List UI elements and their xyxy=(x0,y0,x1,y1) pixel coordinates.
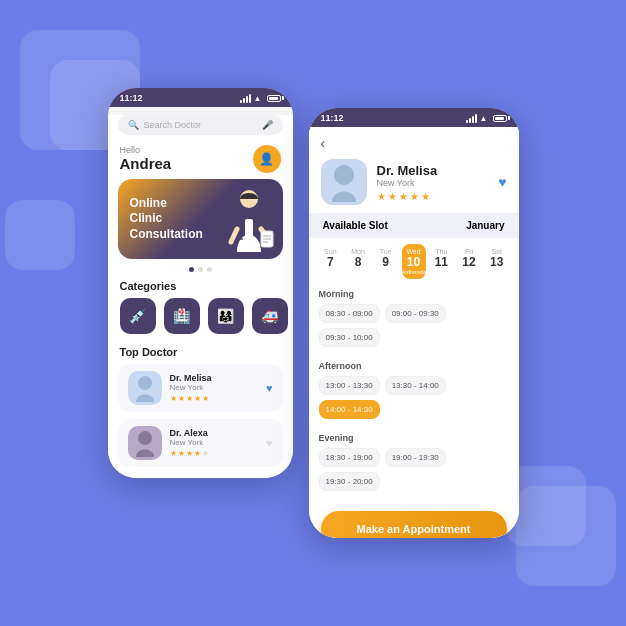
right-phone: 11:12 ▲ ‹ xyxy=(309,108,519,538)
svg-rect-1 xyxy=(245,219,253,239)
svg-point-7 xyxy=(138,431,152,445)
morning-slot-3[interactable]: 09:30 - 10:00 xyxy=(319,328,380,347)
profile-star-2: ★ xyxy=(388,191,397,202)
top-doctor-title: Top Doctor xyxy=(108,342,293,364)
calendar: Sun 7 Mon 8 Tue 9 Wed 10 Wednesday xyxy=(309,238,519,285)
banner-dots xyxy=(108,267,293,272)
cal-day-9[interactable]: Tue 9 xyxy=(374,244,398,279)
evening-section: Evening 18:30 - 19:00 19:00 - 19:30 19:3… xyxy=(309,429,519,501)
star-1: ★ xyxy=(170,394,177,403)
category-icon-4: 🚑 xyxy=(252,298,288,334)
star-3: ★ xyxy=(186,394,193,403)
left-status-bar: 11:12 ▲ xyxy=(108,88,293,107)
back-button[interactable]: ‹ xyxy=(309,127,519,155)
morning-section: Morning 08:30 - 09:00 09:00 - 09:30 09:3… xyxy=(309,285,519,357)
banner-text: OnlineClinicConsultation xyxy=(130,196,203,243)
afternoon-title: Afternoon xyxy=(319,361,509,371)
cal-day-7[interactable]: Sun 7 xyxy=(319,244,343,279)
battery-icon xyxy=(267,95,281,102)
categories-list: 💉 🏥 👨‍👩‍👧 🚑 xyxy=(108,298,293,342)
profile-star-4: ★ xyxy=(410,191,419,202)
doctor-2-stars: ★ ★ ★ ★ ★ xyxy=(170,449,258,458)
cal-day-12[interactable]: Fri 12 xyxy=(457,244,481,279)
mic-icon: 🎤 xyxy=(262,120,273,130)
evening-slots: 18:30 - 19:00 19:00 - 19:30 19:30 - 20:0… xyxy=(319,448,509,491)
signal-icon xyxy=(240,94,251,103)
cal-day-8[interactable]: Mon 8 xyxy=(346,244,370,279)
afternoon-section: Afternoon 13:00 - 13:30 13:30 - 14:00 14… xyxy=(309,357,519,429)
doctor-2-info: Dr. Alexa New York ★ ★ ★ ★ ★ xyxy=(170,428,258,458)
category-item-1[interactable]: 💉 xyxy=(120,298,156,334)
star-4: ★ xyxy=(194,449,201,458)
right-battery-icon xyxy=(493,115,507,122)
morning-slot-2[interactable]: 09:00 - 09:30 xyxy=(385,304,446,323)
left-phone: 11:12 ▲ 🔍 Search Doctor 🎤 xyxy=(108,88,293,478)
profile-star-5: ★ xyxy=(421,191,430,202)
profile-star-3: ★ xyxy=(399,191,408,202)
cal-day-10[interactable]: Wed 10 Wednesday xyxy=(402,244,426,279)
right-status-icons: ▲ xyxy=(466,114,507,123)
afternoon-slot-1[interactable]: 13:00 - 13:30 xyxy=(319,376,380,395)
doctor-1-name: Dr. Melisa xyxy=(170,373,258,383)
svg-point-6 xyxy=(138,376,152,390)
doctor-1-stars: ★ ★ ★ ★ ★ xyxy=(170,394,258,403)
slot-header-right: January xyxy=(466,220,504,231)
category-icon-1: 💉 xyxy=(120,298,156,334)
morning-title: Morning xyxy=(319,289,509,299)
user-name: Andrea xyxy=(120,155,172,172)
left-phone-content: 🔍 Search Doctor 🎤 Hello Andrea 👤 OnlineC… xyxy=(108,115,293,478)
morning-slot-1[interactable]: 08:30 - 09:00 xyxy=(319,304,380,323)
doctor-2-name: Dr. Alexa xyxy=(170,428,258,438)
afternoon-slots: 13:00 - 13:30 13:30 - 14:00 14:00 - 14:3… xyxy=(319,376,509,419)
calendar-days: Sun 7 Mon 8 Tue 9 Wed 10 Wednesday xyxy=(319,244,509,279)
banner-title: OnlineClinicConsultation xyxy=(130,196,203,243)
search-bar[interactable]: 🔍 Search Doctor 🎤 xyxy=(118,115,283,135)
doctor-card-1[interactable]: Dr. Melisa New York ★ ★ ★ ★ ★ ♥ xyxy=(118,364,283,412)
right-phone-content: ‹ Dr. Melisa New York ★ ★ ★ ★ xyxy=(309,127,519,538)
evening-slot-2[interactable]: 19:00 - 19:30 xyxy=(385,448,446,467)
search-icon: 🔍 xyxy=(128,120,139,130)
doctor-profile-stars: ★ ★ ★ ★ ★ xyxy=(377,191,489,202)
evening-slot-3[interactable]: 19:30 - 20:00 xyxy=(319,472,380,491)
doctor-profile-avatar xyxy=(321,159,367,205)
category-icon-2: 🏥 xyxy=(164,298,200,334)
star-1: ★ xyxy=(170,449,177,458)
afternoon-slot-3[interactable]: 14:00 - 14:30 xyxy=(319,400,380,419)
slot-header: Available Slot January xyxy=(309,213,519,238)
cal-day-13[interactable]: Sat 13 xyxy=(485,244,509,279)
doctor-1-location: New York xyxy=(170,383,258,392)
appointment-button[interactable]: Make an Appointment xyxy=(321,511,507,538)
evening-slot-1[interactable]: 18:30 - 19:00 xyxy=(319,448,380,467)
doctor-card-2[interactable]: Dr. Alexa New York ★ ★ ★ ★ ★ ♥ xyxy=(118,419,283,467)
user-avatar: 👤 xyxy=(253,145,281,173)
star-2: ★ xyxy=(178,394,185,403)
dot-1 xyxy=(189,267,194,272)
doctor-2-avatar xyxy=(128,426,162,460)
doctor-profile-info: Dr. Melisa New York ★ ★ ★ ★ ★ xyxy=(377,163,489,202)
morning-slots: 08:30 - 09:00 09:00 - 09:30 09:30 - 10:0… xyxy=(319,304,509,347)
evening-title: Evening xyxy=(319,433,509,443)
doctor-1-avatar xyxy=(128,371,162,405)
phones-container: 11:12 ▲ 🔍 Search Doctor 🎤 xyxy=(108,88,519,538)
star-4: ★ xyxy=(194,394,201,403)
doctor-profile: Dr. Melisa New York ★ ★ ★ ★ ★ ♥ xyxy=(309,155,519,213)
categories-title: Categories xyxy=(108,276,293,298)
slot-header-left: Available Slot xyxy=(323,220,388,231)
doctor-2-heart[interactable]: ♥ xyxy=(266,437,273,449)
category-icon-3: 👨‍👩‍👧 xyxy=(208,298,244,334)
category-item-3[interactable]: 👨‍👩‍👧 xyxy=(208,298,244,334)
star-5: ★ xyxy=(202,449,209,458)
svg-point-8 xyxy=(334,165,354,185)
left-time: 11:12 xyxy=(120,93,143,103)
cal-day-11[interactable]: Thu 11 xyxy=(430,244,454,279)
category-item-2[interactable]: 🏥 xyxy=(164,298,200,334)
bg-decoration-5 xyxy=(5,200,75,270)
profile-heart[interactable]: ♥ xyxy=(498,174,506,190)
afternoon-slot-2[interactable]: 13:30 - 14:00 xyxy=(385,376,446,395)
category-item-4[interactable]: 🚑 xyxy=(252,298,288,334)
right-status-bar: 11:12 ▲ xyxy=(309,108,519,127)
left-status-icons: ▲ xyxy=(240,94,281,103)
search-placeholder: Search Doctor xyxy=(144,120,202,130)
doctor-1-heart[interactable]: ♥ xyxy=(266,382,273,394)
doctor-profile-name: Dr. Melisa xyxy=(377,163,489,178)
